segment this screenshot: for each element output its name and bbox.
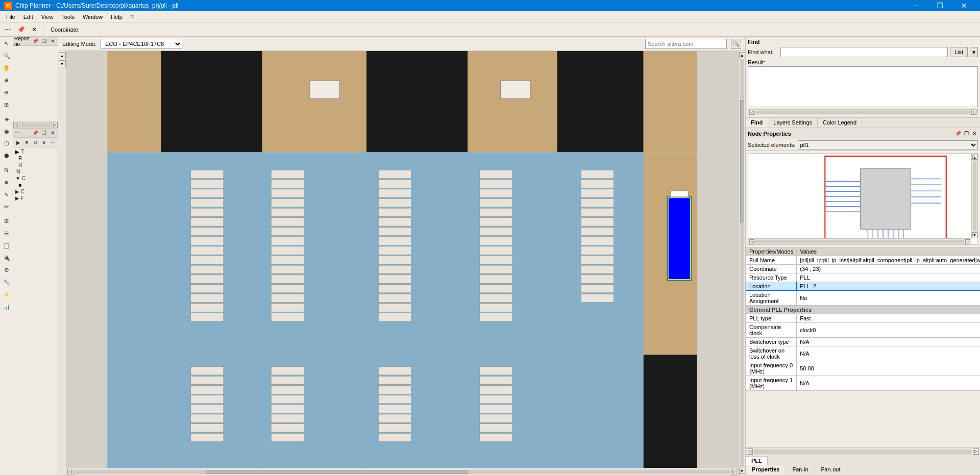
bottom-prop-tab-fanout[interactable]: Fan-out	[815, 465, 847, 475]
table-scroll-right[interactable]: ▷	[973, 448, 979, 455]
tab-layers[interactable]: Layers Settings	[768, 118, 818, 128]
tool-zoom[interactable]: 🔍	[1, 50, 12, 61]
tool-1[interactable]: ◈	[1, 113, 12, 124]
scroll-right-1[interactable]: ▷	[52, 122, 58, 128]
hier-refresh[interactable]: ↺	[32, 138, 39, 146]
report-restore[interactable]: ❐	[40, 37, 48, 45]
table-scroll-left[interactable]: ◁	[747, 448, 753, 455]
hier-item-t[interactable]: ▶ T	[14, 148, 57, 155]
props-restore[interactable]: ❐	[963, 130, 970, 137]
result-scroll-right[interactable]: ▷	[971, 110, 976, 115]
hier-close[interactable]: ✕	[48, 129, 57, 137]
tool-8[interactable]: ✏	[1, 201, 12, 212]
find-dropdown-btn[interactable]: ▼	[970, 47, 978, 57]
vscroll-up[interactable]: ▲	[739, 52, 745, 58]
bottom-tab-pll[interactable]: PLL	[746, 456, 768, 465]
search-btn[interactable]: 🔍	[731, 39, 741, 49]
tool-select[interactable]: ↖	[1, 38, 12, 49]
vscroll-down[interactable]: ▼	[739, 468, 745, 474]
hier-expand[interactable]: ▶	[14, 138, 22, 146]
menu-help[interactable]: Help	[107, 13, 127, 21]
tool-move[interactable]: ⊞	[1, 215, 12, 227]
report-pin[interactable]: 📌	[31, 37, 39, 45]
hier-item-c1-sub[interactable]: ■	[14, 182, 57, 188]
preview-scroll-down[interactable]: ▼	[972, 232, 977, 237]
preview-scroll-right[interactable]: ▷	[965, 239, 970, 244]
svg-rect-106	[271, 376, 304, 384]
preview-scroll-up[interactable]: ▲	[972, 155, 977, 160]
canvas-vscroll[interactable]: ▲ ▼	[738, 51, 745, 475]
tool-2[interactable]: ◉	[1, 126, 12, 137]
result-scroll-left[interactable]: ◁	[749, 110, 754, 115]
title-bar-left: C Chip Planner - C:/Users/Sure/Desktop/p…	[4, 2, 178, 10]
close-button[interactable]: ✕	[952, 0, 976, 11]
tool-3[interactable]: ⬡	[1, 138, 12, 149]
tool-15[interactable]: 📊	[1, 301, 12, 312]
scroll-up-canvas[interactable]: ▲	[59, 52, 66, 59]
menu-file[interactable]: File	[2, 13, 19, 21]
hier-restore[interactable]: ❐	[40, 129, 48, 137]
hscroll-thumb[interactable]	[206, 470, 468, 474]
bottom-prop-tab-properties[interactable]: Properties	[746, 465, 786, 475]
scroll-down-canvas[interactable]: ▼	[59, 60, 66, 67]
table-hscroll[interactable]: ◁ ▷	[746, 447, 980, 455]
tab-find[interactable]: Find	[746, 118, 768, 128]
minimize-button[interactable]: ─	[903, 0, 927, 11]
search-input[interactable]	[645, 39, 727, 49]
preview-scroll-left[interactable]: ◁	[749, 239, 754, 244]
menu-edit[interactable]: Edit	[19, 13, 37, 21]
chip-canvas[interactable]	[66, 51, 738, 468]
tool-14[interactable]: ⚡	[1, 289, 12, 300]
tool-13[interactable]: 🔧	[1, 277, 12, 288]
hier-folder-c2[interactable]: ▶ C	[14, 188, 57, 195]
toolbar-pin[interactable]: 📌	[15, 24, 27, 35]
bottom-prop-tab-fanin[interactable]: Fan-in	[786, 465, 815, 475]
tool-11[interactable]: 🔌	[1, 252, 12, 263]
tool-5[interactable]: N	[1, 164, 12, 176]
tool-pan[interactable]: ✋	[1, 62, 12, 73]
find-what-input[interactable]	[780, 47, 948, 57]
props-pin[interactable]: 📌	[954, 130, 962, 137]
tab-color[interactable]: Color Legend	[818, 118, 862, 128]
selected-elem-select[interactable]: pll1	[798, 140, 978, 149]
menu-bar: File Edit View Tools Window Help ?	[0, 11, 980, 22]
hier-filter[interactable]: ≡	[40, 138, 48, 146]
list-button[interactable]: List	[950, 47, 968, 57]
menu-view[interactable]: View	[37, 13, 58, 21]
toolbar-btn-1[interactable]: ⋯	[2, 24, 13, 35]
hier-collapse[interactable]: ▼	[23, 138, 31, 146]
hscroll-left[interactable]: ◁	[67, 469, 74, 475]
canvas-hscroll[interactable]: ◁ ▷	[66, 468, 738, 475]
tool-zoom-out[interactable]: ⊖	[1, 87, 12, 98]
tool-9[interactable]: ⊟	[1, 228, 12, 239]
tool-6[interactable]: ≡	[1, 177, 12, 188]
props-cell-value-3[interactable]: PLL_2	[797, 282, 980, 291]
preview-vscroll[interactable]: ▲ ▼	[971, 154, 977, 238]
scroll-left-1[interactable]: ◁	[13, 122, 19, 128]
tool-zoom-in[interactable]: ⊕	[1, 74, 12, 86]
hier-pin[interactable]: 📌	[31, 129, 39, 137]
menu-window[interactable]: Window	[79, 13, 107, 21]
hier-folder-f[interactable]: ▶ F	[14, 195, 57, 202]
tool-10[interactable]: 📋	[1, 240, 12, 251]
hier-dots[interactable]: ⋯	[49, 138, 57, 146]
restore-button[interactable]: ❐	[928, 0, 951, 11]
result-hscroll[interactable]: ◁ ▷	[748, 109, 978, 115]
hier-item-r1[interactable]: R	[14, 155, 57, 162]
tool-fit[interactable]: ⊞	[1, 99, 12, 110]
hier-item-r2[interactable]: R	[14, 162, 57, 168]
editing-mode-select[interactable]: ECO - EP4CE10F17C8	[101, 39, 182, 49]
tool-12[interactable]: ⚙	[1, 264, 12, 276]
menu-tools[interactable]: Tools	[57, 13, 79, 21]
toolbar-x1[interactable]: ✕	[29, 24, 40, 35]
preview-hscroll[interactable]: ◁ ▷	[748, 238, 971, 244]
tool-4[interactable]: ⬢	[1, 150, 12, 161]
hier-item-n[interactable]: N	[14, 168, 57, 175]
tool-7[interactable]: ∿	[1, 189, 12, 200]
menu-info[interactable]: ?	[127, 13, 138, 21]
hscroll-right[interactable]: ▷	[731, 469, 737, 475]
vscroll-thumb[interactable]	[740, 100, 744, 222]
hier-folder-c1[interactable]: ▼ C	[14, 175, 57, 182]
report-close[interactable]: ✕	[48, 37, 57, 45]
props-close[interactable]: ✕	[971, 130, 978, 137]
